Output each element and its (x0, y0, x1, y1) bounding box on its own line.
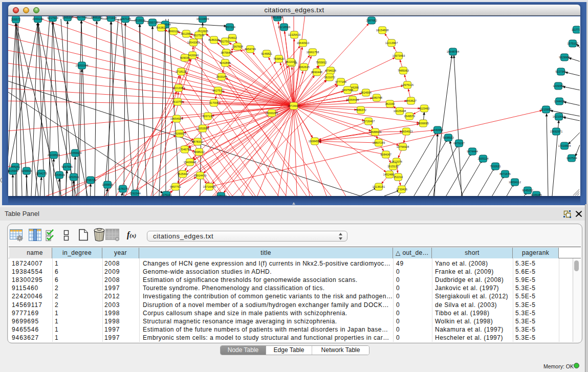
svg-text:1154519: 1154519 (54, 173, 64, 177)
svg-text:10973493: 10973493 (393, 54, 405, 57)
svg-text:16961758: 16961758 (307, 51, 319, 54)
svg-text:7558520: 7558520 (273, 57, 284, 60)
svg-text:7625402: 7625402 (177, 172, 188, 176)
svg-text:252214: 252214 (394, 176, 403, 179)
svg-text:10756928: 10756928 (397, 145, 409, 148)
svg-text:1549579: 1549579 (404, 115, 415, 118)
svg-text:9115460: 9115460 (419, 107, 429, 110)
svg-text:2603144: 2603144 (216, 75, 227, 78)
svg-text:1250511: 1250511 (68, 176, 79, 179)
svg-text:7632621: 7632621 (490, 165, 500, 168)
svg-text:15720407: 15720407 (362, 120, 375, 123)
svg-text:1055726: 1055726 (147, 21, 158, 24)
svg-text:15409948: 15409948 (184, 161, 196, 164)
svg-text:20053346: 20053346 (76, 64, 88, 67)
svg-text:1575107: 1575107 (567, 42, 578, 45)
svg-text:10543362: 10543362 (187, 41, 200, 44)
svg-text:1071918: 1071918 (105, 16, 116, 19)
svg-text:5938923: 5938923 (443, 136, 453, 139)
svg-text:8471676: 8471676 (499, 172, 510, 176)
svg-text:1209387: 1209387 (553, 84, 563, 87)
svg-text:205572: 205572 (11, 18, 20, 21)
svg-text:8813054: 8813054 (272, 16, 282, 19)
svg-text:8660124: 8660124 (168, 30, 179, 33)
svg-text:9217919: 9217919 (47, 16, 58, 19)
svg-text:1733426: 1733426 (396, 188, 407, 191)
svg-text:16210643: 16210643 (553, 115, 565, 118)
svg-text:9777169: 9777169 (335, 80, 346, 83)
svg-text:9227341: 9227341 (555, 70, 566, 73)
svg-text:16154838: 16154838 (376, 29, 388, 32)
svg-text:9327509: 9327509 (193, 34, 204, 37)
svg-text:6479197: 6479197 (453, 142, 464, 145)
svg-text:9457791: 9457791 (170, 185, 181, 188)
svg-text:1362615: 1362615 (298, 65, 309, 69)
svg-text:15716485: 15716485 (203, 185, 215, 188)
svg-text:2087682: 2087682 (366, 19, 377, 22)
svg-text:13353594: 13353594 (197, 127, 209, 130)
svg-text:1294275: 1294275 (36, 172, 47, 175)
svg-text:1640954: 1640954 (432, 128, 443, 132)
svg-text:1156829: 1156829 (21, 169, 32, 172)
svg-text:1080748: 1080748 (371, 96, 382, 99)
svg-text:10654112: 10654112 (509, 181, 521, 184)
svg-text:8878332: 8878332 (192, 140, 203, 143)
svg-text:9245013: 9245013 (215, 194, 226, 196)
svg-text:3267130: 3267130 (202, 115, 213, 118)
svg-text:7663822: 7663822 (156, 26, 166, 29)
svg-text:2367608: 2367608 (232, 45, 243, 48)
svg-text:19218506: 19218506 (278, 26, 290, 29)
svg-text:15692971: 15692971 (550, 130, 562, 133)
svg-text:16648784: 16648784 (447, 50, 459, 53)
svg-text:1621072: 1621072 (324, 76, 335, 79)
svg-text:9245085: 9245085 (531, 193, 541, 196)
svg-text:9474444: 9474444 (467, 150, 477, 153)
svg-text:9427512: 9427512 (212, 89, 223, 92)
svg-text:7485063: 7485063 (398, 69, 408, 72)
svg-text:9498222: 9498222 (193, 150, 204, 154)
svg-text:2935114: 2935114 (477, 157, 488, 160)
svg-text:9146821: 9146821 (261, 52, 272, 55)
svg-text:3912954: 3912954 (181, 32, 191, 35)
svg-text:19654925: 19654925 (170, 117, 183, 120)
svg-text:10688609: 10688609 (369, 130, 381, 134)
svg-text:7515526: 7515526 (134, 19, 145, 22)
svg-text:3915941: 3915941 (8, 169, 18, 172)
svg-text:1244415: 1244415 (554, 100, 564, 103)
svg-text:1167534: 1167534 (566, 157, 577, 160)
svg-text:9329966: 9329966 (559, 56, 570, 59)
svg-text:9242845: 9242845 (220, 61, 230, 64)
svg-text:6497568: 6497568 (342, 89, 353, 92)
svg-text:12213967: 12213967 (385, 41, 398, 45)
svg-text:1615132: 1615132 (387, 165, 398, 168)
svg-text:1575101: 1575101 (161, 193, 171, 196)
svg-text:909034: 909034 (180, 56, 189, 59)
svg-text:1117714: 1117714 (572, 28, 580, 31)
svg-text:1527602: 1527602 (76, 16, 86, 18)
svg-text:3824554: 3824554 (360, 91, 371, 94)
svg-text:9084067: 9084067 (380, 153, 391, 156)
svg-text:16640910: 16640910 (297, 41, 309, 45)
svg-text:8215955: 8215955 (540, 108, 551, 111)
svg-text:9463627: 9463627 (405, 99, 416, 102)
svg-text:13654923: 13654923 (400, 130, 412, 133)
svg-text:1292344: 1292344 (129, 192, 140, 195)
svg-text:19166825: 19166825 (173, 132, 186, 135)
svg-text:20364436: 20364436 (346, 98, 359, 101)
svg-text:754612: 754612 (228, 36, 237, 39)
svg-text:12975115: 12975115 (401, 83, 413, 86)
svg-text:362160: 362160 (385, 102, 395, 105)
svg-text:8990448: 8990448 (311, 71, 322, 74)
svg-text:20206526: 20206526 (48, 154, 60, 157)
svg-text:6466160: 6466160 (91, 16, 102, 19)
svg-text:7886372: 7886372 (355, 108, 366, 112)
svg-text:11325419: 11325419 (288, 33, 300, 36)
svg-text:7955812: 7955812 (316, 61, 326, 64)
svg-text:1067135: 1067135 (120, 17, 130, 20)
svg-text:17359924: 17359924 (69, 151, 81, 155)
svg-text:3822037: 3822037 (285, 60, 296, 63)
svg-text:18724007: 18724007 (288, 104, 300, 107)
svg-text:16914479: 16914479 (194, 174, 206, 177)
svg-text:2718129: 2718129 (176, 70, 186, 73)
svg-text:3875645: 3875645 (221, 51, 231, 54)
